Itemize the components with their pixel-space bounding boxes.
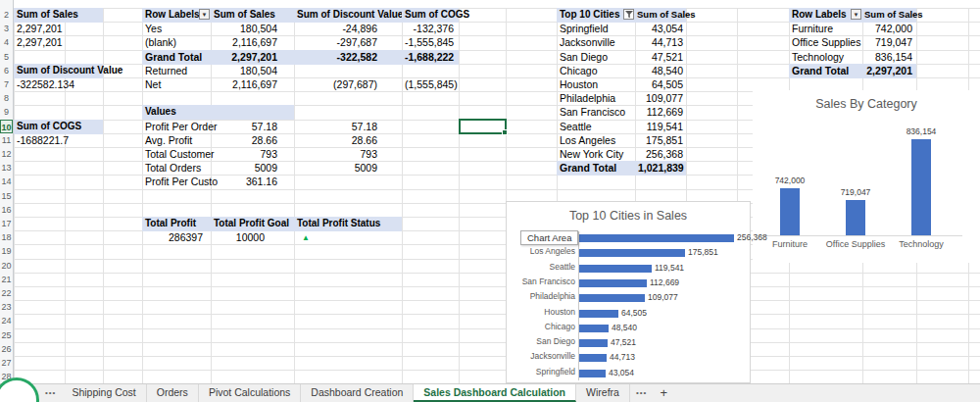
cell-sum-of-sales-value-2[interactable]: 2,297,201 xyxy=(14,35,65,50)
pivot-cell[interactable]: 2,116,697 xyxy=(211,35,294,50)
row-header-27[interactable]: 27 xyxy=(0,356,13,370)
sheet-tab-dashboard-creation[interactable]: Dashboard Creation xyxy=(301,384,414,402)
total-profit-value[interactable]: 286397 xyxy=(142,230,211,245)
top-10-cities-header[interactable]: Top 10 Cities xyxy=(557,8,635,23)
city-sales[interactable]: 256,368 xyxy=(635,147,686,162)
category-sales-header[interactable]: Sum of Sales xyxy=(862,8,916,23)
city-sales[interactable]: 175,851 xyxy=(635,133,686,148)
pivot-cell[interactable]: -132,376 xyxy=(402,22,459,36)
pivot-cell[interactable]: 180,504 xyxy=(211,64,294,78)
pivot-row-label[interactable]: Returned xyxy=(142,64,211,78)
main-pivot-sales-header[interactable]: Sum of Sales xyxy=(211,8,294,23)
row-header-20[interactable]: 20 xyxy=(0,259,13,273)
chart-bar[interactable] xyxy=(579,279,647,287)
values-header[interactable]: Values xyxy=(142,105,294,120)
row-header-11[interactable]: 11 xyxy=(0,133,13,147)
values-cell[interactable]: 793 xyxy=(294,147,402,162)
city-sales[interactable]: 48,540 xyxy=(635,64,686,78)
cell-sum-of-discount-header[interactable]: Sum of Discount Value xyxy=(14,64,103,78)
tab-overflow-right[interactable]: ••• xyxy=(630,384,653,402)
pivot-row-label[interactable]: (blank) xyxy=(142,35,211,50)
row-header-19[interactable]: 19 xyxy=(0,244,13,258)
pivot-cell[interactable]: -24,896 xyxy=(294,22,402,36)
pivot-row-label[interactable]: Net xyxy=(142,77,211,92)
values-row-label[interactable]: Profit Per Custo xyxy=(142,175,211,189)
pivot-grand-total-cell[interactable]: -1,688,222 xyxy=(402,50,459,65)
city-sales[interactable]: 44,713 xyxy=(635,35,686,50)
row-header-5[interactable]: 5 xyxy=(0,50,13,64)
category-label[interactable]: Furniture xyxy=(789,22,862,36)
pivot-cell[interactable]: 180,504 xyxy=(211,22,294,36)
total-profit-goal-value[interactable]: 10000 xyxy=(211,230,294,245)
chart-bar[interactable] xyxy=(579,310,618,318)
active-cell[interactable] xyxy=(459,119,507,134)
sheet-tab-wireframe[interactable]: Wirefra xyxy=(576,384,630,402)
cities-sales-header[interactable]: Sum of Sales xyxy=(635,8,686,23)
values-cell[interactable]: 5009 xyxy=(211,161,294,176)
sales-by-category-chart[interactable]: Sales By Category 742,000Furniture719,04… xyxy=(753,90,980,263)
row-header-7[interactable]: 7 xyxy=(0,77,13,91)
filter-dropdown-icon[interactable] xyxy=(851,9,861,20)
cell-sum-of-cogs-header[interactable]: Sum of COGS xyxy=(14,120,103,134)
city-label[interactable]: Chicago xyxy=(557,64,635,78)
main-pivot-cogs-header[interactable]: Sum of COGS xyxy=(402,8,459,23)
add-sheet-button[interactable]: + xyxy=(653,384,674,402)
values-cell[interactable]: 28.66 xyxy=(211,133,294,148)
chart-bar[interactable] xyxy=(579,370,606,377)
sheet-tab-orders[interactable]: Orders xyxy=(147,384,199,402)
cell-sum-of-discount-value[interactable]: -322582.134 xyxy=(14,77,67,92)
category-label[interactable]: Technology xyxy=(789,50,862,65)
cell-sum-of-sales-value-1[interactable]: 2,297,201 xyxy=(14,22,65,36)
values-cell[interactable]: 793 xyxy=(211,147,294,162)
city-sales[interactable]: 47,521 xyxy=(635,50,686,65)
values-row-label[interactable]: Total Orders xyxy=(142,161,211,176)
chart-bar[interactable] xyxy=(579,265,652,273)
top-10-cities-chart[interactable]: Top 10 Cities in Sales New York City256,… xyxy=(506,201,751,383)
row-header-24[interactable]: 24 xyxy=(0,314,13,327)
chart-bar[interactable] xyxy=(579,249,685,257)
row-header-4[interactable]: 4 xyxy=(0,35,13,49)
chart-bar[interactable] xyxy=(780,188,800,235)
category-label[interactable]: Office Supplies xyxy=(789,35,862,50)
pivot-cell[interactable]: -1,555,845 xyxy=(402,35,459,50)
row-header-15[interactable]: 15 xyxy=(0,189,13,203)
city-label[interactable]: Houston xyxy=(557,77,635,92)
values-cell[interactable]: 57.18 xyxy=(294,120,402,134)
total-profit-goal-header[interactable]: Total Profit Goal xyxy=(211,217,294,231)
row-header-13[interactable]: 13 xyxy=(0,161,13,175)
city-sales[interactable]: 109,077 xyxy=(635,91,686,106)
row-header-21[interactable]: 21 xyxy=(0,273,13,286)
values-row-label[interactable]: Avg. Profit xyxy=(142,133,211,148)
values-cell[interactable]: 361.16 xyxy=(211,175,294,189)
pivot-row-label[interactable]: Yes xyxy=(142,22,211,36)
chart-bar[interactable] xyxy=(579,339,608,347)
chart-bar[interactable] xyxy=(579,234,734,242)
row-header-17[interactable]: 17 xyxy=(0,217,13,230)
sheet-tab-shipping-cost[interactable]: Shipping Cost xyxy=(62,384,146,402)
pivot-cell[interactable]: 2,116,697 xyxy=(211,77,294,92)
chart-bar[interactable] xyxy=(579,294,645,302)
chart-bar[interactable] xyxy=(846,200,865,235)
main-pivot-row-labels-header[interactable]: Row Labels xyxy=(142,8,211,23)
row-header-10[interactable]: 10 xyxy=(0,120,13,133)
city-label[interactable]: New York City xyxy=(557,147,635,162)
values-row-label[interactable]: Profit Per Order xyxy=(142,120,211,134)
chart-bar[interactable] xyxy=(579,354,607,362)
pivot-grand-total-label[interactable]: Grand Total xyxy=(142,50,211,65)
row-header-14[interactable]: 14 xyxy=(0,175,13,188)
row-header-26[interactable]: 26 xyxy=(0,342,13,356)
city-label[interactable]: Springfield xyxy=(557,22,635,36)
city-sales[interactable]: 112,669 xyxy=(635,105,686,120)
city-label[interactable]: Seattle xyxy=(557,120,635,134)
row-header-16[interactable]: 16 xyxy=(0,203,13,217)
row-header-25[interactable]: 25 xyxy=(0,328,13,342)
city-sales[interactable]: 119,541 xyxy=(635,120,686,134)
filter-funnel-icon[interactable] xyxy=(623,9,634,20)
pivot-cell[interactable]: -297,687 xyxy=(294,35,402,50)
row-header-12[interactable]: 12 xyxy=(0,147,13,161)
category-grand-total-value[interactable]: 2,297,201 xyxy=(862,64,916,78)
total-profit-status-header[interactable]: Total Profit Status xyxy=(294,217,402,231)
category-pivot-row-labels-header[interactable]: Row Labels xyxy=(789,8,862,23)
city-label[interactable]: Jacksonville xyxy=(557,35,635,50)
cell-sum-of-sales-header[interactable]: Sum of Sales xyxy=(14,8,103,23)
